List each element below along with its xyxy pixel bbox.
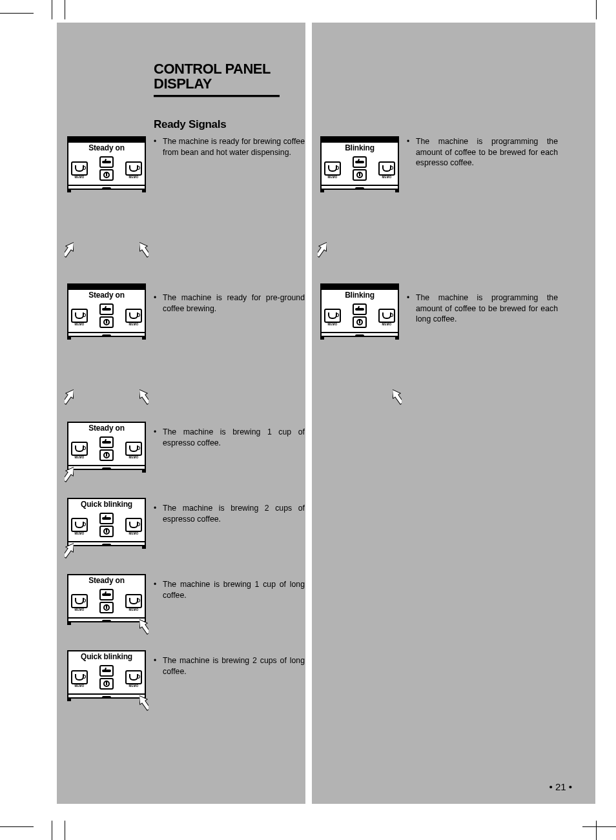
power-button bbox=[99, 526, 114, 537]
bullet-7: • The machine is programming the amount … bbox=[416, 136, 558, 169]
crop-mark bbox=[596, 0, 597, 19]
status-label: Blinking bbox=[320, 289, 399, 301]
espresso-cup-button: MEMO bbox=[71, 442, 88, 456]
feet bbox=[67, 190, 146, 192]
status-label: Steady on bbox=[67, 289, 146, 301]
button-panel: Blinking MEMO MEMO bbox=[320, 289, 399, 340]
bullet-dot-icon: • bbox=[154, 503, 156, 513]
strength-knob-button bbox=[99, 513, 114, 524]
crop-mark bbox=[65, 821, 65, 840]
memo-label: MEMO bbox=[75, 456, 85, 459]
bullet-2-text: The machine is ready for pre-ground coff… bbox=[163, 292, 305, 314]
knob-icon bbox=[102, 306, 111, 312]
bullet-4-text: The machine is brewing 2 cups of espress… bbox=[163, 503, 305, 524]
title-line-1: CONTROL PANEL bbox=[154, 61, 271, 77]
cup-icon bbox=[382, 312, 391, 319]
feet bbox=[67, 699, 146, 701]
knob-icon bbox=[102, 515, 111, 522]
cup-icon bbox=[328, 312, 337, 319]
crop-mark bbox=[582, 826, 616, 827]
long-cup-button: MEMO bbox=[125, 309, 142, 323]
long-cup-button: MEMO bbox=[125, 518, 142, 532]
drip-tray bbox=[67, 466, 146, 470]
memo-label: MEMO bbox=[75, 684, 85, 688]
crop-mark bbox=[596, 821, 597, 840]
arrow-indicator-icon bbox=[65, 466, 74, 482]
bullet-6: • The machine is brewing 2 cups of long … bbox=[163, 655, 305, 677]
power-icon bbox=[103, 604, 110, 611]
memo-label: MEMO bbox=[129, 176, 139, 179]
cup-icon bbox=[75, 674, 84, 681]
strength-knob-button bbox=[353, 156, 367, 168]
knob-icon bbox=[102, 439, 111, 446]
page-title-block: CONTROL PANEL DISPLAY bbox=[154, 61, 289, 97]
espresso-cup-button: MEMO bbox=[71, 161, 88, 176]
cup-icon bbox=[382, 165, 391, 172]
cup-icon bbox=[129, 165, 138, 172]
strength-knob-button bbox=[99, 665, 114, 677]
strength-knob-button bbox=[99, 156, 114, 168]
bullet-dot-icon: • bbox=[407, 136, 409, 147]
memo-label: MEMO bbox=[75, 176, 85, 179]
memo-label: MEMO bbox=[382, 176, 392, 179]
feet bbox=[320, 190, 399, 192]
power-icon bbox=[103, 319, 110, 325]
page-title: CONTROL PANEL DISPLAY bbox=[154, 61, 289, 91]
knob-icon bbox=[355, 159, 364, 165]
power-icon bbox=[103, 681, 110, 687]
memo-label: MEMO bbox=[129, 608, 139, 611]
long-cup-button: MEMO bbox=[125, 442, 142, 456]
long-cup-button: MEMO bbox=[378, 161, 395, 176]
button-panel: Steady on MEMO MEMO bbox=[67, 422, 146, 473]
power-button bbox=[353, 169, 367, 181]
arrow-indicator-icon bbox=[393, 388, 402, 405]
espresso-cup-button: MEMO bbox=[324, 161, 341, 176]
memo-label: MEMO bbox=[328, 176, 338, 179]
drip-tray bbox=[320, 333, 399, 337]
strength-knob-button bbox=[99, 303, 114, 315]
cup-icon bbox=[129, 598, 138, 604]
memo-label: MEMO bbox=[328, 323, 338, 326]
button-panel: Steady on MEMO MEMO bbox=[67, 141, 146, 192]
bullet-dot-icon: • bbox=[154, 292, 156, 303]
status-label: Steady on bbox=[67, 422, 146, 434]
button-row: MEMO MEMO bbox=[320, 154, 399, 186]
knob-icon bbox=[355, 306, 364, 312]
espresso-cup-button: MEMO bbox=[71, 670, 88, 684]
memo-label: MEMO bbox=[129, 684, 139, 688]
status-label: Quick blinking bbox=[67, 650, 146, 662]
button-panel: Quick blinking MEMO MEMO bbox=[67, 498, 146, 549]
memo-label: MEMO bbox=[75, 532, 85, 535]
espresso-cup-button: MEMO bbox=[71, 309, 88, 323]
bullet-3-text: The machine is brewing 1 cup of espresso… bbox=[163, 427, 305, 448]
cup-icon bbox=[129, 312, 138, 319]
knob-icon bbox=[102, 591, 111, 598]
cup-icon bbox=[75, 312, 84, 319]
bullet-7-text: The machine is programming the amount of… bbox=[416, 136, 558, 169]
power-button bbox=[99, 449, 114, 461]
arrow-indicator-icon bbox=[139, 694, 149, 711]
crop-mark bbox=[0, 13, 34, 14]
bullet-dot-icon: • bbox=[154, 579, 156, 589]
knob-icon bbox=[102, 159, 111, 165]
drip-tray bbox=[67, 333, 146, 337]
long-cup-button: MEMO bbox=[125, 594, 142, 608]
cup-icon bbox=[129, 522, 138, 528]
power-button bbox=[353, 316, 367, 328]
drip-tray bbox=[67, 619, 146, 622]
bullet-dot-icon: • bbox=[407, 292, 409, 303]
bullet-3: • The machine is brewing 1 cup of espres… bbox=[163, 427, 305, 448]
arrow-indicator-icon bbox=[65, 241, 74, 258]
power-button bbox=[99, 169, 114, 181]
drip-tray bbox=[67, 695, 146, 699]
status-label: Blinking bbox=[320, 141, 399, 154]
espresso-cup-button: MEMO bbox=[324, 309, 341, 323]
bullet-dot-icon: • bbox=[154, 136, 156, 147]
button-row: MEMO MEMO bbox=[67, 434, 146, 466]
memo-label: MEMO bbox=[75, 323, 85, 326]
status-label: Steady on bbox=[67, 141, 146, 154]
cup-icon bbox=[75, 522, 84, 528]
drip-tray bbox=[67, 542, 146, 546]
button-row: MEMO MEMO bbox=[67, 586, 146, 619]
feet bbox=[67, 470, 146, 473]
